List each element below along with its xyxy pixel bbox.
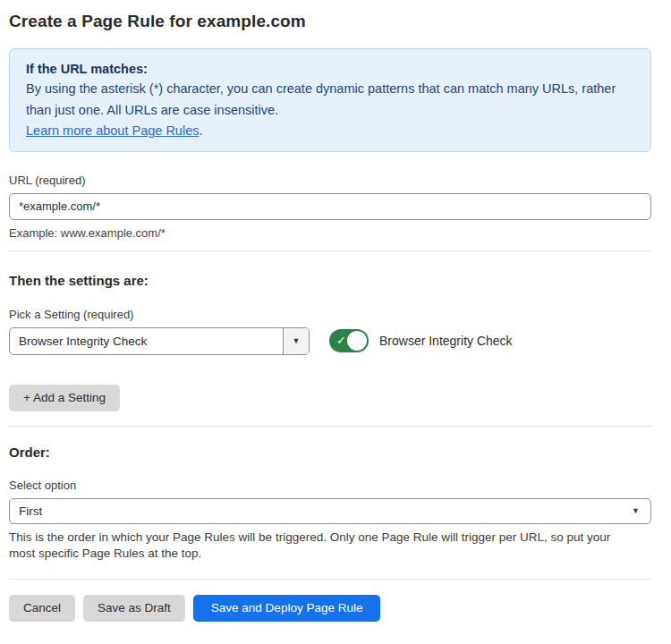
divider [9,426,651,427]
url-match-info-box: If the URL matches: By using the asteris… [9,48,651,152]
toggle-group: ✓ Browser Integrity Check [329,329,513,352]
link-suffix: . [199,123,202,138]
setting-select[interactable]: Browser Integrity Check ▼ [9,327,310,355]
order-section-heading: Order: [9,445,651,460]
url-input[interactable] [9,193,651,220]
chevron-down-icon[interactable]: ▼ [283,328,309,354]
save-draft-button[interactable]: Save as Draft [83,595,185,622]
order-select-label: Select option [9,479,651,492]
save-deploy-button[interactable]: Save and Deploy Page Rule [193,595,381,622]
order-select[interactable]: First ▼ [9,498,651,524]
cancel-button[interactable]: Cancel [9,595,75,622]
divider [9,579,651,580]
toggle-knob [347,331,367,351]
setting-select-value: Browser Integrity Check [10,335,283,348]
url-field-label: URL (required) [9,174,651,187]
page-title: Create a Page Rule for example.com [9,12,651,31]
check-icon: ✓ [336,335,346,346]
info-box-heading: If the URL matches: [26,59,634,79]
chevron-down-icon: ▼ [632,506,640,515]
info-box-body: By using the asterisk (*) character, you… [26,79,634,121]
url-example-helper: Example: www.example.com/* [9,226,651,240]
add-setting-button[interactable]: + Add a Setting [9,385,120,411]
page-rule-form: Create a Page Rule for example.com If th… [0,0,671,622]
setting-controls-row: Browser Integrity Check ▼ ✓ Browser Inte… [9,327,651,355]
settings-section-heading: Then the settings are: [9,273,651,288]
info-box-link-line: Learn more about Page Rules. [26,121,634,142]
browser-integrity-toggle[interactable]: ✓ [329,329,369,352]
setting-picker-label: Pick a Setting (required) [9,308,651,321]
learn-more-link[interactable]: Learn more about Page Rules [26,123,199,138]
toggle-label: Browser Integrity Check [379,334,513,348]
divider [9,250,651,251]
footer-actions: Cancel Save as Draft Save and Deploy Pag… [9,595,651,622]
order-select-value: First [19,504,42,518]
order-helper-text: This is the order in which your Page Rul… [9,530,635,563]
